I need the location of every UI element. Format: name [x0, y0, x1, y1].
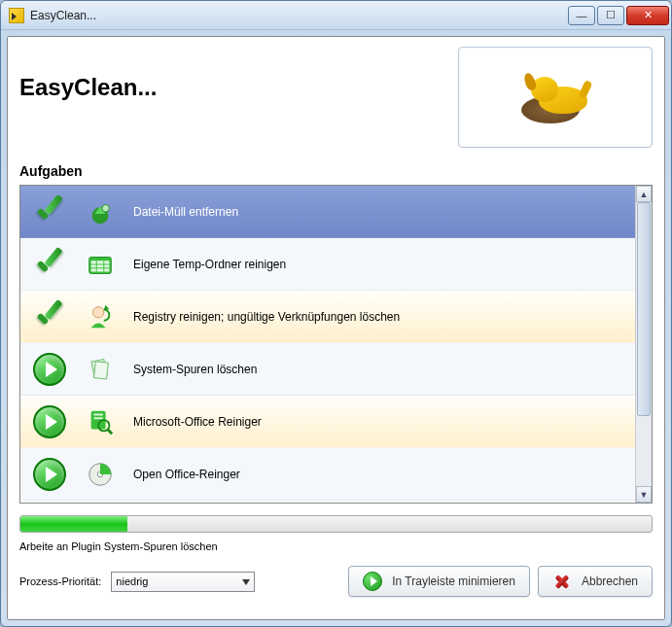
tray-arrow-icon — [363, 572, 382, 591]
task-label: System-Spuren löschen — [133, 363, 257, 376]
scroll-up-button[interactable]: ▲ — [636, 186, 652, 202]
recycle-icon — [85, 196, 116, 227]
check-icon — [32, 194, 67, 229]
scroll-track[interactable] — [636, 202, 652, 486]
arrow-pending-icon — [32, 404, 67, 439]
calendar-icon — [85, 249, 116, 280]
cancel-button[interactable]: Abbrechen — [538, 566, 653, 597]
tasks-section-title: Aufgaben — [19, 163, 653, 179]
check-icon — [32, 299, 67, 334]
mascot-image — [458, 47, 653, 148]
priority-combobox[interactable]: niedrig — [111, 572, 255, 592]
svg-rect-12 — [93, 413, 102, 415]
user-refresh-icon — [85, 301, 116, 332]
client-area: EasyClean... Aufgaben Da — [7, 36, 665, 620]
svg-point-1 — [102, 204, 110, 212]
task-label: Registry reinigen; ungültige Verknüpfung… — [133, 310, 400, 324]
scroll-down-button[interactable]: ▼ — [636, 486, 652, 503]
task-pane: Datei-Müll entfernen Eigene Temp-Ordner … — [19, 185, 653, 504]
papers-icon — [85, 354, 116, 385]
check-icon — [32, 247, 67, 282]
titlebar[interactable]: EasyClean... — ☐ ✕ — [1, 1, 671, 30]
vertical-scrollbar[interactable]: ▲ ▼ — [635, 186, 652, 503]
arrow-pending-icon — [32, 457, 67, 492]
task-row[interactable]: System-Spuren löschen — [20, 343, 635, 396]
minimize-window-button[interactable]: — — [568, 6, 595, 25]
svg-rect-3 — [91, 261, 110, 271]
task-label: Microsoft-Office Reiniger — [133, 415, 262, 429]
arrow-pending-icon — [32, 352, 67, 387]
minimize-to-tray-button[interactable]: In Trayleiste minimieren — [348, 566, 530, 597]
progress-bar — [19, 515, 653, 533]
svg-line-15 — [108, 429, 113, 434]
app-icon — [9, 8, 24, 23]
button-label: Abbrechen — [582, 575, 638, 588]
scroll-thumb[interactable] — [637, 202, 651, 416]
priority-value: niedrig — [116, 575, 148, 587]
task-label: Datei-Müll entfernen — [133, 205, 238, 219]
progress-fill — [20, 516, 127, 532]
close-window-button[interactable]: ✕ — [626, 6, 669, 25]
task-row[interactable]: Registry reinigen; ungültige Verknüpfung… — [20, 291, 635, 343]
disc-icon — [85, 459, 116, 490]
task-row[interactable]: Open Office-Reinger — [20, 448, 635, 501]
svg-rect-13 — [93, 417, 102, 419]
task-label: Open Office-Reinger — [133, 468, 240, 481]
task-list: Datei-Müll entfernen Eigene Temp-Ordner … — [20, 186, 635, 503]
task-row[interactable]: Eigene Temp-Ordner reinigen — [20, 238, 635, 291]
window-controls: — ☐ ✕ — [566, 6, 669, 25]
app-window: EasyClean... — ☐ ✕ EasyClean... Aufgaben — [0, 0, 672, 627]
priority-label: Prozess-Priorität: — [19, 575, 101, 587]
app-title: EasyClean... — [19, 74, 157, 101]
office-search-icon — [85, 406, 116, 437]
button-label: In Trayleiste minimieren — [392, 575, 515, 588]
bottom-controls: Prozess-Priorität: niedrig In Trayleiste… — [19, 566, 653, 597]
task-row[interactable]: Microsoft-Office Reiniger — [20, 396, 635, 448]
status-text: Arbeite an Plugin System-Spuren löschen — [19, 540, 653, 552]
maximize-window-button[interactable]: ☐ — [597, 6, 624, 25]
svg-point-8 — [93, 306, 104, 317]
task-row[interactable]: Datei-Müll entfernen — [20, 186, 635, 238]
cancel-x-icon — [552, 572, 572, 591]
task-label: Eigene Temp-Ordner reinigen — [133, 258, 286, 271]
svg-rect-10 — [94, 361, 109, 378]
window-title: EasyClean... — [30, 9, 566, 22]
